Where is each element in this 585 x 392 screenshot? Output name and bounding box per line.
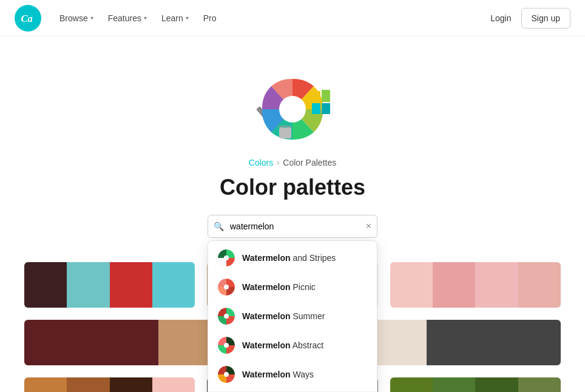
swatch [152, 377, 195, 392]
dropdown-item-picnic[interactable]: Watermelon Picnic [208, 272, 377, 302]
item-icon-picnic [218, 279, 235, 296]
learn-chevron-icon: ▾ [186, 15, 189, 21]
svg-point-15 [224, 285, 229, 289]
palette-card-3[interactable] [390, 262, 561, 308]
svg-point-6 [279, 96, 306, 123]
swatch [110, 377, 152, 392]
canva-logo[interactable]: Ca [15, 5, 41, 32]
item-icon-abstract [218, 337, 235, 354]
swatch [390, 377, 433, 392]
item-text-stripes: Watermelon and Stripes [242, 253, 336, 263]
svg-rect-7 [279, 127, 291, 138]
swatch [390, 262, 433, 308]
item-text-summer: Watermelon Summer [242, 311, 325, 321]
item-text-picnic: Watermelon Picnic [242, 282, 316, 292]
hero-image [244, 61, 341, 158]
svg-point-21 [224, 372, 229, 377]
browse-chevron-icon: ▾ [90, 15, 93, 21]
breadcrumb: Colors › Color Palettes [249, 158, 336, 167]
swatch [67, 262, 109, 308]
nav-browse[interactable]: Browse ▾ [53, 10, 100, 27]
swatch [427, 320, 561, 365]
search-input[interactable] [208, 215, 377, 238]
swatch [433, 262, 475, 308]
svg-point-17 [224, 314, 229, 319]
swatch [24, 320, 158, 365]
features-chevron-icon: ▾ [144, 15, 147, 21]
item-text-ways: Watermelon Ways [242, 370, 314, 379]
signup-button[interactable]: Sign up [521, 8, 570, 29]
swatch [518, 262, 561, 308]
nav-features[interactable]: Features ▾ [102, 10, 153, 27]
item-text-abstract: Watermelon Abstract [242, 340, 323, 350]
navigation: Ca Browse ▾ Features ▾ Learn ▾ Pro Login… [0, 0, 585, 36]
dropdown-item-abstract[interactable]: Watermelon Abstract [208, 331, 377, 360]
svg-rect-8 [312, 91, 320, 102]
item-icon-ways [218, 366, 235, 383]
svg-point-13 [224, 255, 229, 260]
swatch [518, 377, 561, 392]
dropdown-item-ways[interactable]: Watermelon Ways [208, 360, 377, 389]
dropdown-item-stripes[interactable]: Watermelon and Stripes [208, 243, 377, 272]
hero-section: Colors › Color Palettes Color palettes 🔍… [0, 36, 585, 262]
search-clear-button[interactable]: × [366, 221, 371, 232]
dropdown-item-summer[interactable]: Watermelon Summer [208, 302, 377, 331]
palette-card-7[interactable] [390, 377, 561, 392]
login-button[interactable]: Login [481, 8, 521, 28]
search-icon: 🔍 [214, 221, 224, 231]
swatch [67, 377, 109, 392]
nav-pro[interactable]: Pro [197, 10, 223, 27]
breadcrumb-separator: › [277, 158, 279, 167]
svg-point-19 [224, 343, 229, 348]
svg-rect-9 [322, 90, 330, 102]
breadcrumb-current: Color Palettes [283, 158, 336, 167]
item-icon-stripes [218, 249, 235, 266]
search-dropdown: Watermelon and Stripes Watermelo [208, 240, 377, 392]
nav-links: Browse ▾ Features ▾ Learn ▾ Pro [53, 10, 223, 27]
nav-learn[interactable]: Learn ▾ [155, 10, 195, 27]
swatch [24, 377, 67, 392]
palette-card-5[interactable] [24, 377, 195, 392]
swatch [475, 262, 518, 308]
search-container: 🔍 × Watermelon and Stripes [208, 215, 377, 238]
palette-card-1[interactable] [24, 262, 195, 308]
svg-text:Ca: Ca [21, 13, 33, 24]
swatch [24, 262, 67, 308]
swatch [475, 377, 518, 392]
breadcrumb-home[interactable]: Colors [249, 158, 273, 167]
swatch [433, 377, 475, 392]
svg-rect-10 [312, 103, 320, 114]
swatch [152, 262, 195, 308]
svg-rect-11 [322, 103, 330, 114]
page-title: Color palettes [220, 175, 365, 200]
item-icon-summer [218, 308, 235, 325]
swatch [110, 262, 152, 308]
